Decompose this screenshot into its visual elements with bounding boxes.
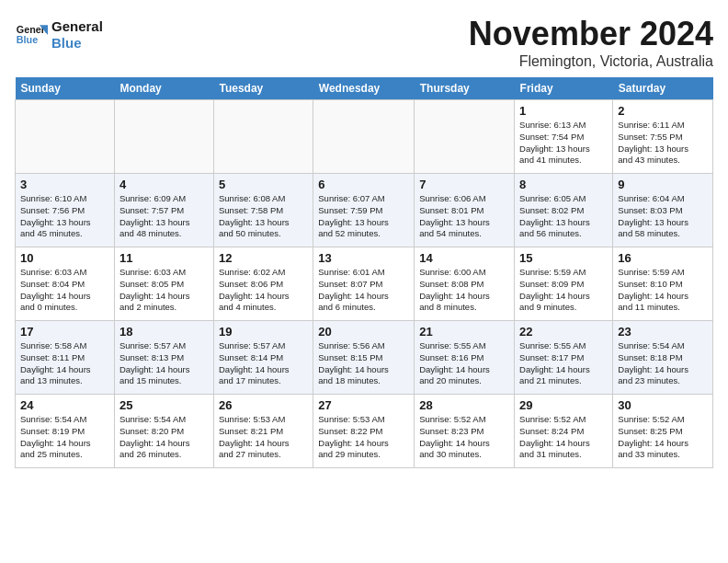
day-number: 15 <box>519 251 608 265</box>
day-number: 3 <box>20 178 109 191</box>
day-info: Sunrise: 5:55 AM Sunset: 8:17 PM Dayligh… <box>519 340 608 387</box>
day-number: 9 <box>618 178 708 191</box>
location: Flemington, Victoria, Australia <box>469 53 713 70</box>
calendar-cell <box>16 100 115 174</box>
day-info: Sunrise: 5:59 AM Sunset: 8:10 PM Dayligh… <box>618 267 708 314</box>
day-info: Sunrise: 5:57 AM Sunset: 8:13 PM Dayligh… <box>119 340 209 387</box>
calendar-cell: 3Sunrise: 6:10 AM Sunset: 7:56 PM Daylig… <box>16 174 115 247</box>
calendar-cell: 10Sunrise: 6:03 AM Sunset: 8:04 PM Dayli… <box>16 247 115 321</box>
day-info: Sunrise: 6:03 AM Sunset: 8:05 PM Dayligh… <box>119 267 209 314</box>
calendar-cell: 2Sunrise: 6:11 AM Sunset: 7:55 PM Daylig… <box>613 100 713 174</box>
calendar-cell: 21Sunrise: 5:55 AM Sunset: 8:16 PM Dayli… <box>415 321 515 395</box>
header-monday: Monday <box>114 77 213 100</box>
day-number: 29 <box>519 398 608 412</box>
calendar-cell: 27Sunrise: 5:53 AM Sunset: 8:22 PM Dayli… <box>313 395 415 468</box>
calendar-week-3: 10Sunrise: 6:03 AM Sunset: 8:04 PM Dayli… <box>16 247 713 321</box>
calendar-cell: 22Sunrise: 5:55 AM Sunset: 8:17 PM Dayli… <box>515 321 613 395</box>
header-saturday: Saturday <box>613 77 713 100</box>
day-info: Sunrise: 5:52 AM Sunset: 8:24 PM Dayligh… <box>519 414 608 461</box>
day-info: Sunrise: 6:02 AM Sunset: 8:06 PM Dayligh… <box>219 267 308 314</box>
calendar-cell <box>313 100 415 174</box>
day-info: Sunrise: 5:54 AM Sunset: 8:20 PM Dayligh… <box>119 414 209 461</box>
calendar-cell <box>114 100 213 174</box>
calendar-cell: 13Sunrise: 6:01 AM Sunset: 8:07 PM Dayli… <box>313 247 415 321</box>
calendar-cell: 23Sunrise: 5:54 AM Sunset: 8:18 PM Dayli… <box>613 321 713 395</box>
day-info: Sunrise: 5:58 AM Sunset: 8:11 PM Dayligh… <box>20 340 109 387</box>
title-block: November 2024 Flemington, Victoria, Aust… <box>469 15 713 70</box>
day-number: 16 <box>618 251 708 265</box>
calendar-cell <box>415 100 515 174</box>
day-info: Sunrise: 6:11 AM Sunset: 7:55 PM Dayligh… <box>618 120 708 167</box>
day-number: 28 <box>419 398 509 412</box>
calendar-cell: 29Sunrise: 5:52 AM Sunset: 8:24 PM Dayli… <box>515 395 613 468</box>
day-number: 25 <box>119 398 209 412</box>
logo-line2: Blue <box>51 35 103 52</box>
logo-icon: General Blue <box>15 18 48 52</box>
day-number: 13 <box>318 251 409 265</box>
day-number: 22 <box>519 325 608 339</box>
calendar-cell: 28Sunrise: 5:52 AM Sunset: 8:23 PM Dayli… <box>415 395 515 468</box>
day-info: Sunrise: 6:06 AM Sunset: 8:01 PM Dayligh… <box>419 193 509 240</box>
calendar-cell: 25Sunrise: 5:54 AM Sunset: 8:20 PM Dayli… <box>114 395 213 468</box>
day-info: Sunrise: 5:53 AM Sunset: 8:22 PM Dayligh… <box>318 414 409 461</box>
calendar-cell: 9Sunrise: 6:04 AM Sunset: 8:03 PM Daylig… <box>613 174 713 247</box>
calendar-cell: 1Sunrise: 6:13 AM Sunset: 7:54 PM Daylig… <box>515 100 613 174</box>
day-info: Sunrise: 5:55 AM Sunset: 8:16 PM Dayligh… <box>419 340 509 387</box>
calendar-cell: 11Sunrise: 6:03 AM Sunset: 8:05 PM Dayli… <box>114 247 213 321</box>
day-info: Sunrise: 5:52 AM Sunset: 8:23 PM Dayligh… <box>419 414 509 461</box>
day-number: 2 <box>618 104 708 118</box>
calendar-week-1: 1Sunrise: 6:13 AM Sunset: 7:54 PM Daylig… <box>16 100 713 174</box>
day-info: Sunrise: 6:08 AM Sunset: 7:58 PM Dayligh… <box>219 193 308 240</box>
day-info: Sunrise: 6:03 AM Sunset: 8:04 PM Dayligh… <box>20 267 109 314</box>
day-number: 1 <box>519 104 608 118</box>
day-info: Sunrise: 6:00 AM Sunset: 8:08 PM Dayligh… <box>419 267 509 314</box>
day-info: Sunrise: 5:54 AM Sunset: 8:19 PM Dayligh… <box>20 414 109 461</box>
month-title: November 2024 <box>469 15 713 53</box>
calendar-cell: 18Sunrise: 5:57 AM Sunset: 8:13 PM Dayli… <box>114 321 213 395</box>
header-wednesday: Wednesday <box>313 77 415 100</box>
calendar-cell: 15Sunrise: 5:59 AM Sunset: 8:09 PM Dayli… <box>515 247 613 321</box>
day-info: Sunrise: 5:56 AM Sunset: 8:15 PM Dayligh… <box>318 340 409 387</box>
day-number: 20 <box>318 325 409 339</box>
calendar-cell: 5Sunrise: 6:08 AM Sunset: 7:58 PM Daylig… <box>213 174 313 247</box>
calendar-week-5: 24Sunrise: 5:54 AM Sunset: 8:19 PM Dayli… <box>16 395 713 468</box>
day-info: Sunrise: 6:10 AM Sunset: 7:56 PM Dayligh… <box>20 193 109 240</box>
calendar-cell: 14Sunrise: 6:00 AM Sunset: 8:08 PM Dayli… <box>415 247 515 321</box>
day-info: Sunrise: 6:07 AM Sunset: 7:59 PM Dayligh… <box>318 193 409 240</box>
day-number: 4 <box>119 178 209 191</box>
calendar-cell: 20Sunrise: 5:56 AM Sunset: 8:15 PM Dayli… <box>313 321 415 395</box>
day-number: 7 <box>419 178 509 191</box>
calendar-cell: 30Sunrise: 5:52 AM Sunset: 8:25 PM Dayli… <box>613 395 713 468</box>
day-number: 5 <box>219 178 308 191</box>
day-info: Sunrise: 5:54 AM Sunset: 8:18 PM Dayligh… <box>618 340 708 387</box>
day-info: Sunrise: 6:13 AM Sunset: 7:54 PM Dayligh… <box>519 120 608 167</box>
day-info: Sunrise: 5:57 AM Sunset: 8:14 PM Dayligh… <box>219 340 308 387</box>
calendar-cell: 4Sunrise: 6:09 AM Sunset: 7:57 PM Daylig… <box>114 174 213 247</box>
page-header: General Blue General Blue November 2024 … <box>15 15 713 70</box>
day-number: 11 <box>119 251 209 265</box>
day-info: Sunrise: 6:01 AM Sunset: 8:07 PM Dayligh… <box>318 267 409 314</box>
day-number: 8 <box>519 178 608 191</box>
day-number: 14 <box>419 251 509 265</box>
day-info: Sunrise: 5:52 AM Sunset: 8:25 PM Dayligh… <box>618 414 708 461</box>
calendar-cell <box>213 100 313 174</box>
calendar-cell: 7Sunrise: 6:06 AM Sunset: 8:01 PM Daylig… <box>415 174 515 247</box>
day-number: 27 <box>318 398 409 412</box>
day-number: 6 <box>318 178 409 191</box>
day-number: 12 <box>219 251 308 265</box>
day-number: 10 <box>20 251 109 265</box>
day-info: Sunrise: 5:53 AM Sunset: 8:21 PM Dayligh… <box>219 414 308 461</box>
calendar-header-row: SundayMondayTuesdayWednesdayThursdayFrid… <box>16 77 713 100</box>
svg-text:Blue: Blue <box>17 34 38 45</box>
day-number: 24 <box>20 398 109 412</box>
logo: General Blue General Blue <box>15 18 103 52</box>
day-number: 17 <box>20 325 109 339</box>
day-number: 21 <box>419 325 509 339</box>
calendar-cell: 24Sunrise: 5:54 AM Sunset: 8:19 PM Dayli… <box>16 395 115 468</box>
calendar-week-4: 17Sunrise: 5:58 AM Sunset: 8:11 PM Dayli… <box>16 321 713 395</box>
day-number: 18 <box>119 325 209 339</box>
day-info: Sunrise: 6:09 AM Sunset: 7:57 PM Dayligh… <box>119 193 209 240</box>
day-number: 19 <box>219 325 308 339</box>
logo-line1: General <box>51 18 103 35</box>
header-thursday: Thursday <box>415 77 515 100</box>
